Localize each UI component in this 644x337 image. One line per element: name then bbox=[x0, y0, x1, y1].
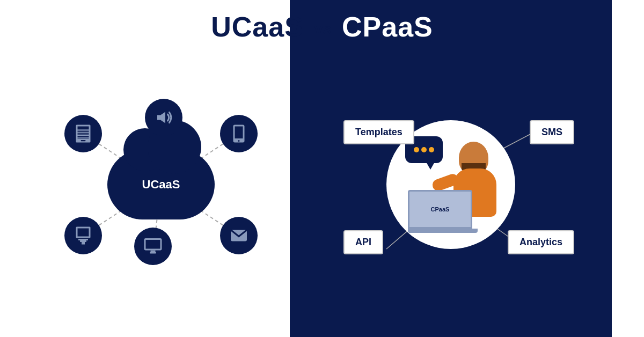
monitor-icon bbox=[143, 237, 163, 256]
mobile-icon-circle bbox=[220, 115, 258, 152]
svg-rect-13 bbox=[78, 138, 89, 139]
svg-rect-7 bbox=[78, 127, 89, 129]
phone-icon-circle bbox=[64, 115, 102, 152]
speaker-icon-circle bbox=[145, 99, 182, 136]
cpaas-laptop-label: CPaaS bbox=[431, 206, 450, 213]
label-templates: Templates bbox=[343, 120, 414, 144]
svg-rect-23 bbox=[151, 251, 156, 253]
svg-rect-26 bbox=[78, 239, 88, 240]
label-analytics: Analytics bbox=[508, 230, 574, 254]
cloud-label: UCaaS bbox=[142, 178, 180, 192]
svg-point-18 bbox=[238, 140, 240, 142]
svg-rect-25 bbox=[78, 229, 89, 237]
ucaas-diagram: UCaaS bbox=[48, 72, 274, 297]
desktop-icon bbox=[74, 226, 93, 245]
phone-icon bbox=[74, 124, 93, 143]
label-sms: SMS bbox=[530, 120, 574, 144]
monitor-icon-circle bbox=[134, 228, 172, 265]
right-panel: CPaaS Templates SMS API Analytics bbox=[290, 0, 612, 337]
email-icon bbox=[229, 226, 248, 245]
svg-marker-15 bbox=[157, 112, 165, 123]
speech-dot-3 bbox=[429, 147, 434, 152]
laptop-screen: CPaaS bbox=[408, 190, 472, 229]
person-illustration: CPaaS bbox=[397, 131, 504, 238]
ucaas-cloud: UCaaS bbox=[107, 150, 215, 219]
svg-rect-12 bbox=[78, 136, 89, 137]
desktop-icon-circle bbox=[64, 217, 102, 254]
svg-rect-11 bbox=[78, 135, 89, 136]
cpaas-diagram: CPaaS Templates SMS API Analytics bbox=[322, 56, 580, 313]
svg-rect-28 bbox=[82, 242, 85, 245]
svg-rect-14 bbox=[81, 140, 86, 141]
email-icon-circle bbox=[220, 217, 258, 254]
speaker-icon bbox=[154, 108, 173, 127]
label-api: API bbox=[343, 230, 383, 254]
speech-dot-2 bbox=[421, 147, 427, 152]
speech-dot-1 bbox=[414, 147, 419, 152]
laptop-base bbox=[408, 229, 478, 233]
svg-rect-9 bbox=[78, 131, 89, 133]
svg-rect-27 bbox=[80, 240, 86, 242]
svg-rect-10 bbox=[78, 133, 89, 134]
laptop: CPaaS bbox=[408, 190, 478, 233]
left-panel: UCaaS bbox=[0, 0, 322, 337]
svg-rect-21 bbox=[146, 240, 160, 249]
svg-rect-17 bbox=[235, 127, 243, 139]
svg-rect-8 bbox=[78, 130, 89, 131]
mobile-icon bbox=[229, 124, 248, 143]
